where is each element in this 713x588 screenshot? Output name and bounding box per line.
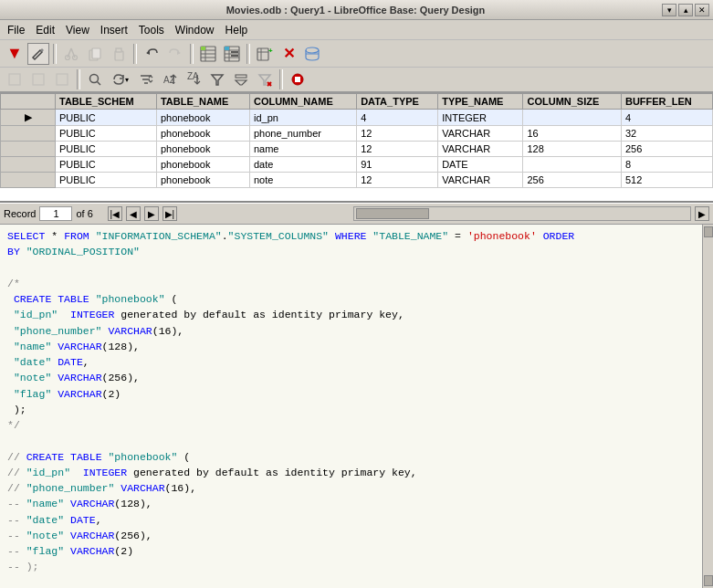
record-bar: Record of 6 |◀ ◀ ▶ ▶| ▶ [0,203,713,225]
cell-data-type: 91 [357,157,438,173]
tb2-btn2[interactable] [27,68,49,90]
window-title: Movies.odb : Query1 - LibreOffice Base: … [49,5,662,16]
menu-tools[interactable]: Tools [133,22,170,38]
tb2-btn3[interactable] [51,68,73,90]
tables-button[interactable] [197,43,219,65]
nav-prev-button[interactable]: ◀ [126,206,141,221]
sql-content[interactable]: SELECT * FROM "INFORMATION_SCHEMA"."SYST… [0,225,702,579]
queries-button[interactable] [221,43,243,65]
table-row[interactable]: ▶ PUBLIC phonebook id_pn 4 INTEGER 4 [1,110,713,126]
undo-button[interactable] [141,43,163,65]
col-column-name[interactable]: COLUMN_NAME [249,94,356,110]
col-table-schem[interactable]: TABLE_SCHEM [56,94,157,110]
row-indicator [1,157,56,173]
col-type-name[interactable]: TYPE_NAME [438,94,523,110]
scroll-up-button[interactable] [704,226,713,237]
sort-toggle-button[interactable] [135,68,157,90]
table-header-row: TABLE_SCHEM TABLE_NAME COLUMN_NAME DATA_… [1,94,713,110]
svg-marker-42 [212,75,223,85]
cell-column-size: 128 [523,142,621,157]
sep1 [53,44,57,64]
record-current[interactable] [39,206,72,221]
sort-asc-button[interactable]: AZ [159,68,181,90]
svg-text:+: + [268,47,273,55]
cell-column-name: id_pn [249,110,356,126]
cell-column-name: note [249,173,356,188]
menu-file[interactable]: File [2,22,30,38]
svg-line-34 [98,82,101,86]
cell-table-name: phonebook [156,110,249,126]
refresh-button[interactable]: ▾ [108,68,133,90]
cell-type-name: VARCHAR [438,126,523,142]
add-table-button[interactable]: + [254,43,276,65]
vertical-scrollbar[interactable] [702,225,713,588]
nav-last-button[interactable]: ▶| [163,206,177,221]
svg-rect-30 [9,74,20,85]
menu-edit[interactable]: Edit [30,22,60,38]
close-button[interactable]: ✕ [695,4,709,16]
record-of: of 6 [76,208,92,219]
run-query-button[interactable]: ▼ [4,43,26,65]
scroll-right-button[interactable]: ▶ [695,206,709,221]
scroll-down-button[interactable] [704,575,713,586]
cell-type-name: DATE [438,157,523,173]
cell-buffer-len: 32 [621,126,712,142]
dbconnect-button[interactable] [301,43,323,65]
row-indicator [1,142,56,157]
menu-view[interactable]: View [60,22,95,38]
cell-column-size [523,110,621,126]
cell-table-name: phonebook [156,126,249,142]
titlebar: Movies.odb : Query1 - LibreOffice Base: … [0,0,713,20]
search-button[interactable] [84,68,106,90]
filter-button[interactable] [206,68,228,90]
menu-window[interactable]: Window [170,22,220,38]
horizontal-scrollbar[interactable] [353,206,691,221]
cell-buffer-len: 512 [621,173,712,188]
menu-insert[interactable]: Insert [95,22,133,38]
sql-editor[interactable]: SELECT * FROM "INFORMATION_SCHEMA"."SYST… [0,225,702,588]
cell-type-name: VARCHAR [438,142,523,157]
cell-buffer-len: 256 [621,142,712,157]
svg-point-28 [306,47,319,53]
sep4 [246,44,250,64]
nav-first-button[interactable]: |◀ [108,206,122,221]
edit-mode-button[interactable] [27,43,49,65]
svg-point-33 [90,75,99,83]
col-buffer-len[interactable]: BUFFER_LEN [621,94,712,110]
minimize-button[interactable]: ▾ [662,4,676,16]
toolbar1: ▼ + ✕ [0,40,713,68]
window-controls[interactable]: ▾ ▴ ✕ [662,4,709,16]
copy-button[interactable] [84,43,106,65]
paste-button[interactable] [108,43,130,65]
maximize-button[interactable]: ▴ [678,4,693,16]
svg-rect-31 [33,74,44,85]
svg-rect-5 [92,48,100,58]
sort-desc-button[interactable]: ZA [183,68,204,90]
table-row[interactable]: PUBLIC phonebook note 12 VARCHAR 256 512 [1,173,713,188]
table-row[interactable]: PUBLIC phonebook phone_number 12 VARCHAR… [1,126,713,142]
cell-data-type: 12 [357,173,438,188]
table-row[interactable]: PUBLIC phonebook date 91 DATE 8 [1,157,713,173]
cell-data-type: 12 [357,142,438,157]
remove-filter-button[interactable] [254,68,276,90]
cell-buffer-len: 8 [621,157,712,173]
tb2-btn1[interactable] [4,68,26,90]
autofilter-button[interactable] [230,68,252,90]
col-data-type[interactable]: DATA_TYPE [357,94,438,110]
cell-table-schem: PUBLIC [56,173,157,188]
col-column-size[interactable]: COLUMN_SIZE [523,94,621,110]
cut-button[interactable] [60,43,82,65]
results-table-container[interactable]: TABLE_SCHEM TABLE_NAME COLUMN_NAME DATA_… [0,93,713,203]
table-row[interactable]: PUBLIC phonebook name 12 VARCHAR 128 256 [1,142,713,157]
nav-next-button[interactable]: ▶ [144,206,159,221]
sep6 [279,69,283,89]
stop-button[interactable] [287,68,309,90]
col-table-name[interactable]: TABLE_NAME [156,94,249,110]
svg-rect-15 [201,47,205,50]
menu-help[interactable]: Help [220,22,254,38]
redo-button[interactable] [164,43,186,65]
cell-column-name: name [249,142,356,157]
sql-editor-container: SELECT * FROM "INFORMATION_SCHEMA"."SYST… [0,225,713,588]
cell-table-schem: PUBLIC [56,142,157,157]
delete-button[interactable]: ✕ [278,43,299,65]
